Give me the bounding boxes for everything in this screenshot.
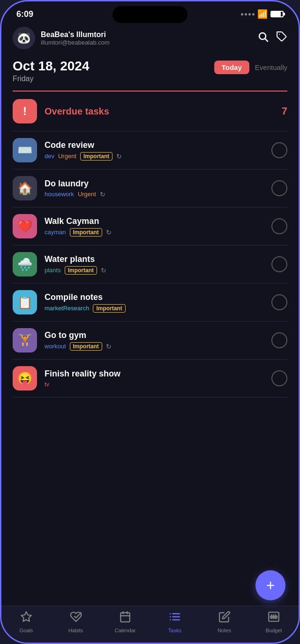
tag-tv: tv xyxy=(45,381,49,388)
notes-label: Notes xyxy=(218,628,231,633)
repeat-icon: ↻ xyxy=(101,267,106,274)
tab-bar: Goals Habits Calendar xyxy=(1,606,299,643)
table-row[interactable]: 🏠 Do laundry housework Urgent ↻ xyxy=(13,169,287,207)
tab-budget[interactable]: Budget xyxy=(249,611,299,633)
budget-icon xyxy=(268,611,280,626)
tasks-label: Tasks xyxy=(168,628,181,633)
tag-icon[interactable] xyxy=(276,31,287,45)
task-left: 📋 Compile notes marketResearch Important xyxy=(13,290,271,314)
overdue-row[interactable]: ! Overdue tasks 7 xyxy=(13,92,287,131)
task-info: Walk Cayman cayman Important ↻ xyxy=(45,216,112,237)
task-info: Do laundry housework Urgent ↻ xyxy=(45,179,105,198)
task-icon: 🌧️ xyxy=(13,252,37,276)
date-toggles: Today Eventually xyxy=(214,59,287,74)
tag-important: Important xyxy=(93,304,125,313)
tab-goals[interactable]: Goals xyxy=(1,611,51,633)
tag-important: Important xyxy=(70,342,102,351)
table-row[interactable]: ❤️ Walk Cayman cayman Important ↻ xyxy=(13,207,287,245)
tag-dev: dev xyxy=(45,153,54,160)
add-task-button[interactable]: + xyxy=(255,570,285,600)
table-row[interactable]: ⌨️ Code review dev Urgent Important ↻ xyxy=(13,131,287,169)
task-checkbox[interactable] xyxy=(271,142,287,158)
eventually-button[interactable]: Eventually xyxy=(255,63,287,71)
date-day: Friday xyxy=(13,75,89,83)
header: 🐼 BeaBea's Illumtori illumtori@beabealab… xyxy=(1,23,299,55)
table-row[interactable]: 🏋️ Go to gym workout Important ↻ xyxy=(13,322,287,360)
tab-habits[interactable]: Habits xyxy=(51,611,101,633)
overdue-icon: ! xyxy=(13,99,37,123)
task-icon: 🏋️ xyxy=(13,328,37,353)
user-info: 🐼 BeaBea's Illumtori illumtori@beabealab… xyxy=(13,27,110,49)
phone-frame: 6:09 📶 🐼 BeaBea's Illumtori illumtori@be… xyxy=(0,0,300,644)
task-checkbox[interactable] xyxy=(271,332,287,348)
task-icon: 😝 xyxy=(13,366,37,391)
budget-label: Budget xyxy=(266,628,282,633)
task-checkbox[interactable] xyxy=(271,180,287,196)
today-button[interactable]: Today xyxy=(214,61,249,74)
task-title: Compile notes xyxy=(45,292,126,302)
task-tags: dev Urgent Important ↻ xyxy=(45,152,122,161)
task-info: Water plants plants Important ↻ xyxy=(45,254,106,275)
task-checkbox[interactable] xyxy=(271,256,287,272)
task-icon: ❤️ xyxy=(13,214,37,238)
task-checkbox[interactable] xyxy=(271,294,287,310)
tag-housework: housework xyxy=(45,191,74,198)
task-tags: plants Important ↻ xyxy=(45,266,106,275)
overdue-count: 7 xyxy=(282,105,287,117)
task-info: Go to gym workout Important ↻ xyxy=(45,330,112,351)
tab-calendar[interactable]: Calendar xyxy=(100,611,150,633)
table-row[interactable]: 😝 Finish reality show tv xyxy=(13,360,287,398)
header-actions xyxy=(257,31,287,45)
task-icon: 🏠 xyxy=(13,176,37,200)
task-checkbox[interactable] xyxy=(271,218,287,234)
tag-plants: plants xyxy=(45,267,61,274)
task-title: Finish reality show xyxy=(45,369,120,379)
task-tags: marketResearch Important xyxy=(45,304,126,313)
svg-rect-3 xyxy=(120,613,130,622)
search-icon[interactable] xyxy=(257,31,269,45)
task-left: ⌨️ Code review dev Urgent Important ↻ xyxy=(13,138,271,162)
tag-marketresearch: marketResearch xyxy=(45,305,89,312)
task-info: Code review dev Urgent Important ↻ xyxy=(45,140,122,161)
task-icon: ⌨️ xyxy=(13,138,37,162)
tag-urgent: Urgent xyxy=(78,191,96,198)
task-title: Walk Cayman xyxy=(45,216,112,226)
task-icon: 📋 xyxy=(13,290,37,314)
user-text: BeaBea's Illumtori illumtori@beabealab.c… xyxy=(41,31,110,46)
task-tags: cayman Important ↻ xyxy=(45,228,112,237)
svg-line-1 xyxy=(265,39,268,42)
task-info: Compile notes marketResearch Important xyxy=(45,292,126,313)
table-row[interactable]: 🌧️ Water plants plants Important ↻ xyxy=(13,245,287,284)
notch xyxy=(112,6,188,23)
signal-dots xyxy=(241,13,255,15)
repeat-icon: ↻ xyxy=(100,191,105,198)
repeat-icon: ↻ xyxy=(106,343,112,350)
tag-cayman: cayman xyxy=(45,229,66,236)
calendar-label: Calendar xyxy=(115,628,136,633)
table-row[interactable]: 📋 Compile notes marketResearch Important xyxy=(13,284,287,322)
date-row: Oct 18, 2024 Friday Today Eventually xyxy=(13,59,287,83)
habits-icon xyxy=(70,611,82,626)
user-name: BeaBea's Illumtori xyxy=(41,31,110,39)
task-left: 🏋️ Go to gym workout Important ↻ xyxy=(13,328,271,353)
tab-tasks[interactable]: Tasks xyxy=(150,611,200,633)
task-title: Water plants xyxy=(45,254,106,264)
task-checkbox[interactable] xyxy=(271,370,287,386)
habits-label: Habits xyxy=(68,628,83,633)
notes-icon xyxy=(218,611,231,626)
goals-label: Goals xyxy=(19,628,33,633)
repeat-icon: ↻ xyxy=(116,153,122,160)
tag-urgent: Urgent xyxy=(58,153,76,160)
task-list: ! Overdue tasks 7 ⌨️ Code review dev Urg… xyxy=(1,92,299,606)
task-tags: workout Important ↻ xyxy=(45,342,112,351)
task-info: Finish reality show tv xyxy=(45,369,120,388)
overdue-left: ! Overdue tasks xyxy=(13,99,109,123)
user-email: illumtori@beabealab.com xyxy=(41,39,110,46)
task-tags: tv xyxy=(45,381,120,388)
tab-notes[interactable]: Notes xyxy=(200,611,249,633)
repeat-icon: ↻ xyxy=(106,229,112,236)
task-left: 😝 Finish reality show tv xyxy=(13,366,271,391)
time-display: 6:09 xyxy=(16,9,33,19)
tag-important: Important xyxy=(80,152,112,161)
tasks-icon xyxy=(169,611,181,626)
